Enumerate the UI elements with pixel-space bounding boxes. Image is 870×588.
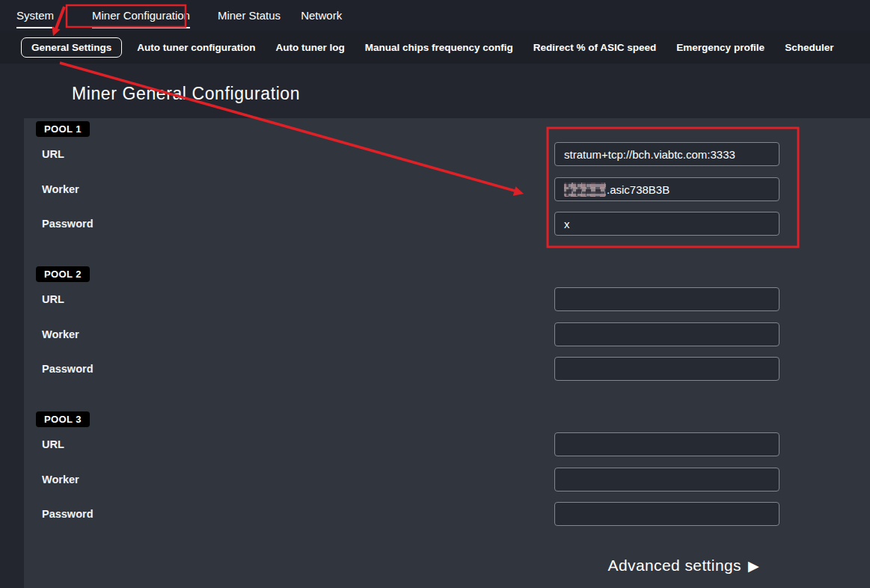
- pool2-worker-row: Worker: [24, 322, 870, 346]
- subnav-manual-chips-frequency-config[interactable]: Manual chips frequency config: [365, 42, 513, 53]
- subnav-auto-tuner-configuration[interactable]: Auto tuner configuration: [137, 42, 255, 53]
- pool3-password-label: Password: [42, 508, 94, 520]
- pool2-password-label: Password: [42, 363, 94, 375]
- pool3-url-input[interactable]: [554, 432, 779, 456]
- pool1-badge: POOL 1: [36, 121, 90, 137]
- advanced-settings-link[interactable]: Advanced settings▶: [24, 557, 870, 575]
- pool3-worker-input[interactable]: [554, 468, 779, 491]
- advanced-settings-label: Advanced settings: [608, 557, 741, 574]
- top-navigation: System Miner Configuration Miner Status …: [0, 0, 870, 31]
- pool1-worker-label: Worker: [42, 183, 79, 195]
- pool1-url-label: URL: [42, 148, 64, 160]
- tab-network[interactable]: Network: [301, 9, 342, 22]
- pool2-url-input[interactable]: [554, 287, 779, 311]
- pool1-worker-visible-text: .asic738B3B: [607, 183, 670, 196]
- pool3-password-row: Password: [24, 502, 870, 526]
- pool3-worker-row: Worker: [24, 468, 870, 491]
- pool1-password-row: Password: [24, 212, 870, 236]
- pool3-url-label: URL: [42, 438, 64, 450]
- pool2-password-input[interactable]: [554, 357, 779, 381]
- page-title: Miner General Configuration: [72, 84, 870, 104]
- pool1-section: POOL 1 URL Worker .asic738B3B Password: [24, 121, 870, 236]
- pool3-badge: POOL 3: [36, 411, 90, 427]
- pool2-url-label: URL: [42, 293, 64, 305]
- subnav-scheduler[interactable]: Scheduler: [785, 42, 833, 53]
- pool1-url-row: URL: [24, 142, 870, 166]
- pool1-password-label: Password: [42, 218, 94, 230]
- subnav-emergency-profile[interactable]: Emergency profile: [676, 42, 765, 53]
- miner-configuration-subnav: General Settings Auto tuner configuratio…: [0, 31, 870, 64]
- subnav-redirect-asic-speed[interactable]: Redirect % of ASIC speed: [533, 42, 657, 53]
- pool3-password-input[interactable]: [554, 502, 779, 526]
- pool2-badge: POOL 2: [36, 266, 90, 282]
- tab-miner-status[interactable]: Miner Status: [218, 9, 281, 22]
- tab-miner-configuration[interactable]: Miner Configuration: [92, 9, 190, 22]
- pool1-worker-row: Worker .asic738B3B: [24, 177, 870, 201]
- pool1-worker-input[interactable]: .asic738B3B: [554, 177, 779, 201]
- pool2-url-row: URL: [24, 287, 870, 311]
- pixelated-redaction: [564, 183, 606, 197]
- subnav-general-settings-button[interactable]: General Settings: [21, 37, 122, 58]
- pool2-worker-input[interactable]: [554, 322, 779, 346]
- pools-form-panel: POOL 1 URL Worker .asic738B3B Password P…: [24, 118, 870, 588]
- page-header: Miner General Configuration: [0, 64, 870, 118]
- pool1-url-input[interactable]: [554, 142, 779, 166]
- pool2-worker-label: Worker: [42, 328, 79, 340]
- pool2-password-row: Password: [24, 357, 870, 381]
- pool1-password-input[interactable]: [554, 212, 779, 236]
- triangle-right-icon: ▶: [748, 558, 759, 574]
- tab-system[interactable]: System: [16, 9, 54, 22]
- subnav-auto-tuner-log[interactable]: Auto tuner log: [276, 42, 345, 53]
- pool3-url-row: URL: [24, 432, 870, 456]
- pool3-section: POOL 3 URL Worker Password: [24, 411, 870, 526]
- pool2-section: POOL 2 URL Worker Password: [24, 266, 870, 381]
- pool3-worker-label: Worker: [42, 474, 79, 486]
